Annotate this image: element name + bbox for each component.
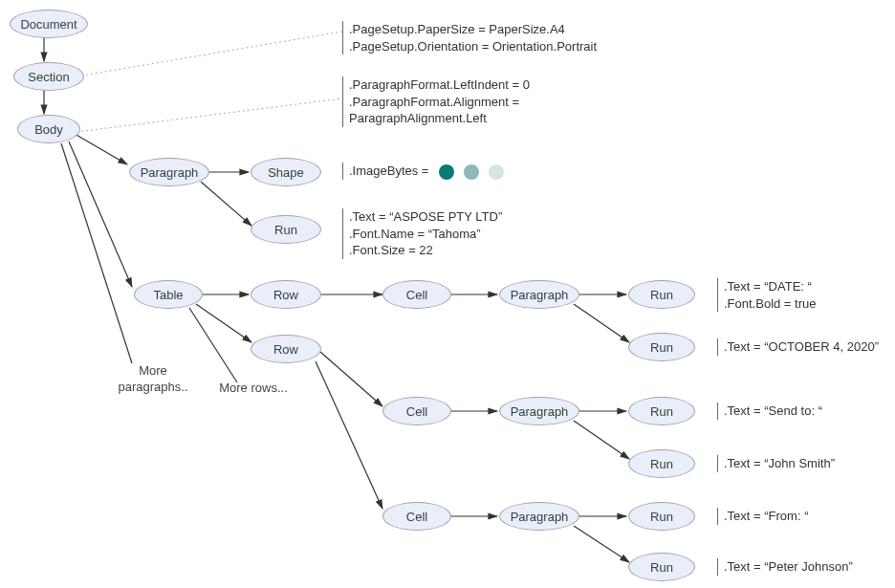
annot-line: .Font.Name = “Tahoma” bbox=[349, 227, 481, 241]
annot-imagebytes: .ImageBytes = bbox=[342, 163, 510, 180]
svg-line-4 bbox=[75, 134, 127, 164]
node-table: Table bbox=[134, 280, 203, 309]
node-cell-1: Cell bbox=[382, 280, 451, 309]
node-paragraph-2: Paragraph bbox=[499, 280, 579, 309]
node-body: Body bbox=[17, 115, 80, 143]
annot-run-sendto: .Text = “Send to: “ bbox=[717, 403, 822, 420]
node-section: Section bbox=[13, 62, 84, 91]
node-run-4a: Run bbox=[628, 502, 695, 531]
svg-line-23 bbox=[574, 526, 629, 562]
node-document: Document bbox=[10, 10, 88, 38]
annot-line: .ParagraphFormat.LeftIndent = 0 bbox=[349, 77, 530, 92]
annot-line: .PageSetup.Orientation = Orientation.Por… bbox=[349, 39, 597, 54]
color-swatch-icon bbox=[439, 164, 454, 180]
annot-line: .Text = “Peter Johnson” bbox=[724, 559, 853, 574]
node-run-3b: Run bbox=[628, 449, 695, 478]
annot-run-1: .Text = “ASPOSE PTY LTD” .Font.Name = “T… bbox=[342, 208, 502, 259]
annot-run-date: .Text = “DATE: “ .Font.Bold = true bbox=[717, 278, 816, 312]
node-run-4b: Run bbox=[628, 553, 695, 581]
node-cell-3: Cell bbox=[382, 502, 451, 531]
svg-line-16 bbox=[320, 352, 382, 406]
node-cell-2: Cell bbox=[382, 397, 451, 425]
node-paragraph-1: Paragraph bbox=[129, 158, 209, 186]
node-paragraph-4: Paragraph bbox=[499, 502, 579, 531]
node-run-1: Run bbox=[251, 215, 321, 244]
annot-line: .PageSetup.PaperSize = PaperSize.A4 bbox=[349, 22, 565, 36]
annot-line: .Text = “OCTOBER 4, 2020” bbox=[724, 339, 879, 354]
note-more-rows: More rows... bbox=[210, 381, 296, 397]
annot-line: .Font.Bold = true bbox=[724, 296, 816, 311]
annot-line: .ImageBytes = bbox=[349, 163, 428, 178]
annot-line: ParagraphAlignment.Left bbox=[349, 111, 487, 125]
color-swatch-icon bbox=[489, 164, 504, 180]
node-shape: Shape bbox=[251, 158, 321, 186]
annot-line: .ParagraphFormat.Alignment = bbox=[349, 95, 519, 109]
annot-line: .Text = “DATE: “ bbox=[724, 279, 812, 294]
note-more-paragraphs: Moreparagraphs.. bbox=[110, 363, 196, 396]
svg-line-3 bbox=[76, 98, 342, 132]
svg-line-20 bbox=[574, 421, 629, 459]
node-row-1: Row bbox=[251, 280, 321, 309]
annot-section: .PageSetup.PaperSize = PaperSize.A4 .Pag… bbox=[342, 21, 597, 54]
annot-run-from: .Text = “From: “ bbox=[717, 508, 808, 525]
svg-line-10 bbox=[196, 304, 251, 342]
annot-run-peter: .Text = “Peter Johnson” bbox=[717, 558, 853, 576]
svg-line-15 bbox=[574, 304, 629, 342]
svg-line-8 bbox=[201, 182, 251, 226]
annot-line: .Text = “From: “ bbox=[724, 509, 808, 523]
color-swatch-icon bbox=[464, 164, 479, 180]
node-run-2a: Run bbox=[628, 280, 695, 309]
svg-line-6 bbox=[61, 143, 132, 363]
node-run-3a: Run bbox=[628, 397, 695, 425]
node-paragraph-3: Paragraph bbox=[499, 397, 579, 425]
annot-run-october: .Text = “OCTOBER 4, 2020” bbox=[717, 338, 879, 356]
annot-line: .Font.Size = 22 bbox=[349, 243, 433, 257]
node-row-2: Row bbox=[251, 335, 321, 363]
annot-line: .Text = “John Smith” bbox=[724, 456, 835, 470]
svg-line-11 bbox=[189, 308, 237, 382]
annot-line: .Text = “Send to: “ bbox=[724, 403, 822, 418]
svg-line-2 bbox=[76, 32, 342, 76]
annot-run-john: .Text = “John Smith” bbox=[717, 455, 835, 472]
svg-line-17 bbox=[316, 361, 382, 509]
annot-line: .Text = “ASPOSE PTY LTD” bbox=[349, 209, 502, 224]
annot-paragraph-format: .ParagraphFormat.LeftIndent = 0 .Paragra… bbox=[342, 76, 530, 127]
node-run-2b: Run bbox=[628, 333, 695, 361]
